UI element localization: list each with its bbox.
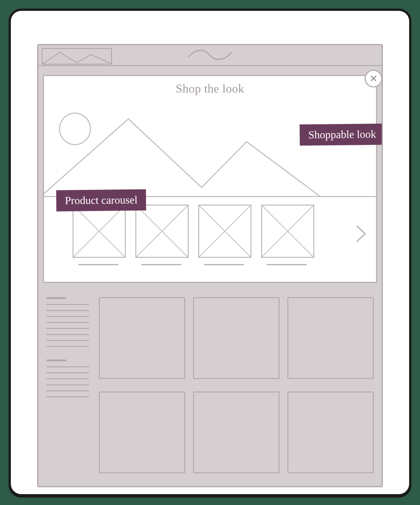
carousel-item[interactable] bbox=[261, 205, 313, 265]
thumb-caption-line bbox=[141, 264, 181, 265]
grid-cell bbox=[193, 392, 279, 473]
image-placeholder-icon bbox=[44, 102, 376, 196]
card-frame: Shop the look ✕ bbox=[9, 9, 411, 496]
annotation-shoppable-look: Shoppable look bbox=[299, 123, 383, 145]
thumb-caption-line bbox=[267, 264, 307, 265]
thumb-caption-line bbox=[204, 264, 244, 265]
hero-image-placeholder bbox=[44, 102, 376, 196]
header-image-placeholder bbox=[42, 48, 112, 65]
grid-cell bbox=[99, 297, 185, 379]
thumb-caption-line bbox=[78, 264, 118, 265]
grid-cell bbox=[193, 297, 279, 379]
annotation-product-carousel: Product carousel bbox=[56, 189, 146, 211]
grid-cell bbox=[287, 297, 374, 379]
background-page-content bbox=[38, 291, 382, 486]
product-carousel[interactable] bbox=[73, 205, 347, 273]
product-thumb-placeholder bbox=[73, 205, 126, 258]
brand-scrawl-icon bbox=[187, 47, 233, 61]
carousel-item[interactable] bbox=[73, 205, 124, 265]
product-thumb-placeholder bbox=[261, 205, 314, 258]
background-product-grid bbox=[99, 297, 374, 486]
chevron-right-icon bbox=[355, 225, 367, 243]
grid-cell bbox=[99, 392, 185, 473]
carousel-item[interactable] bbox=[135, 205, 187, 265]
product-thumb-placeholder bbox=[198, 205, 251, 258]
close-icon: ✕ bbox=[370, 73, 377, 84]
browser-topbar bbox=[38, 45, 382, 66]
carousel-next-button[interactable] bbox=[355, 225, 367, 243]
shop-the-look-modal: Shop the look ✕ bbox=[43, 75, 377, 283]
svg-point-0 bbox=[59, 113, 90, 145]
background-sidebar bbox=[46, 297, 89, 402]
modal-title: Shop the look bbox=[44, 82, 376, 95]
product-thumb-placeholder bbox=[135, 205, 189, 258]
carousel-item[interactable] bbox=[198, 205, 250, 265]
browser-wireframe: Shop the look ✕ bbox=[37, 44, 383, 487]
close-button[interactable]: ✕ bbox=[365, 70, 382, 87]
grid-cell bbox=[287, 392, 374, 473]
